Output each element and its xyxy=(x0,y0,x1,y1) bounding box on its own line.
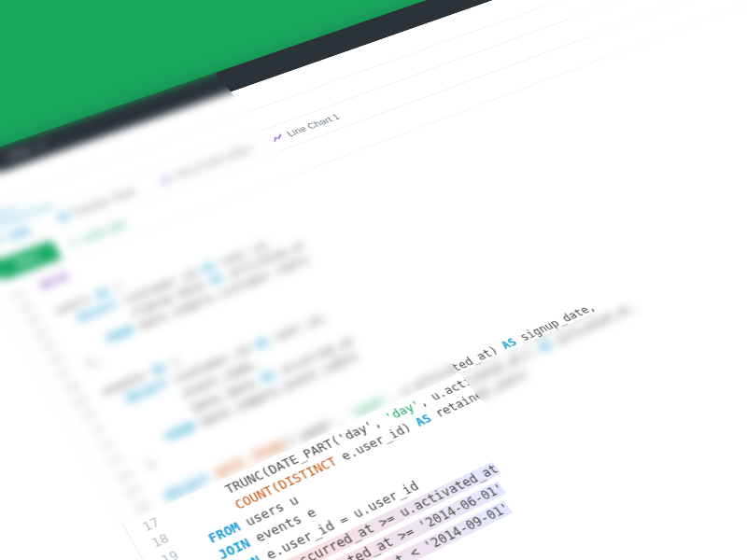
svg-rect-10 xyxy=(0,241,5,245)
view-sql-label: SQL xyxy=(7,224,34,241)
menu-view-label: View xyxy=(4,145,33,161)
content-area: Query 1SQLDisplay TableArea Chart 100%Li… xyxy=(0,0,747,560)
tab-more-icon[interactable]: ⋮ xyxy=(21,197,37,210)
main-panel: Query 1 ⋮ ⟳ SQL Display Table xyxy=(0,0,747,560)
caret-down-icon xyxy=(36,144,45,148)
area-chart-icon xyxy=(157,174,173,185)
add-chart-link[interactable]: Add Chart xyxy=(0,389,59,501)
check-icon: ✓ xyxy=(66,236,81,248)
sql-icon xyxy=(0,234,7,246)
line-chart-icon xyxy=(270,133,286,144)
table-icon xyxy=(55,211,72,223)
app-window: Describing Retention Share Options View … xyxy=(0,0,747,560)
